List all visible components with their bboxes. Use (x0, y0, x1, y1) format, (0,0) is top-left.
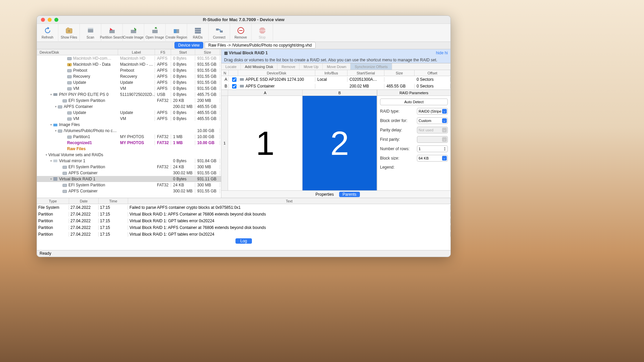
chevron-down-icon[interactable]: ▾ (54, 105, 58, 108)
tree-start: 300.02 MB (171, 171, 195, 175)
hide-link[interactable]: hide hi (436, 51, 448, 55)
tree-size: 931.55 GB (195, 56, 220, 61)
chevron-down-icon[interactable]: ▾ (49, 159, 53, 163)
block-cell-1[interactable]: 1 (228, 96, 303, 190)
partition-search-button[interactable]: Partition Search (101, 24, 123, 42)
tree-row[interactable]: PrebootPrebootAPFS0 Bytes931.55 GB (37, 67, 221, 73)
param-select[interactable]: 64 KB⌄ (417, 155, 448, 162)
col-size[interactable]: Size (195, 49, 220, 55)
tree-row[interactable]: UpdateUpdateAPFS0 Bytes931.55 GB (37, 79, 221, 85)
svg-rect-32 (58, 130, 62, 132)
col-raid-device[interactable]: Device/Disk (238, 70, 315, 76)
tree-row[interactable]: ▾Virtual Block RAID 10 Bytes931.11 GB (37, 176, 221, 182)
chevron-down-icon[interactable]: ▾ (54, 129, 58, 132)
vol-icon (58, 105, 62, 109)
log-row[interactable]: Partition27.04.202217:15Virtual Block RA… (37, 224, 450, 231)
raid-row[interactable]: BAPFS Container200.02 MB465.55 GB0 Secto… (221, 83, 450, 89)
raid-instruction: Drag disks or volumes to the list box to… (221, 57, 450, 63)
tree-row[interactable]: UpdateUpdateAPFS0 Bytes465.55 GB (37, 110, 221, 116)
tree-row[interactable]: RecoveryRecoveryAPFS0 Bytes931.55 GB (37, 73, 221, 79)
tree-row[interactable]: Raw Files (37, 146, 221, 152)
param-row: Block size:64 KB⌄ (377, 154, 450, 163)
raid-tb-move-down: Move Down (323, 63, 351, 70)
titlebar[interactable]: R-Studio for Mac 7.0.7009 - Device view (37, 16, 450, 24)
tree-row[interactable]: EFI System PartitionFAT3224 KB300 MB (37, 164, 221, 170)
log-row[interactable]: Partition27.04.202217:15Virtual Block RA… (37, 231, 450, 238)
col-fs[interactable]: FS (155, 49, 171, 55)
chevron-down-icon[interactable]: ▾ (49, 177, 53, 181)
create-image-button[interactable]: Create Image (123, 24, 144, 42)
tree-body[interactable]: Macintosh HD-com…Macintosh HDAPFS0 Bytes… (37, 55, 221, 198)
tab-device-view[interactable]: Device view (174, 42, 203, 49)
auto-detect-button[interactable]: Auto Detect (380, 99, 448, 105)
col-n[interactable]: N (221, 70, 229, 76)
panel-tab-properties[interactable]: Properties (312, 192, 337, 197)
vol-icon (67, 74, 72, 78)
tab-raw-files-volumes-pu[interactable]: Raw Files -> /Volumes/Public/Photo no co… (205, 42, 315, 49)
tree-start: 24 KB (171, 183, 195, 187)
panel-tab-parents[interactable]: Parents (339, 192, 360, 197)
open-image-button[interactable]: Open Image (144, 24, 166, 42)
chevron-down-icon[interactable]: ▾ (49, 93, 53, 96)
raids-button[interactable]: RAIDs (187, 24, 209, 42)
col-startserial[interactable]: Start/Serial (347, 70, 384, 76)
tree-row[interactable]: VMVMAPFS0 Bytes465.55 GB (37, 116, 221, 122)
log-col-text[interactable]: Text (128, 198, 450, 204)
log-col-time[interactable]: Time (99, 198, 128, 204)
col-device[interactable]: Device/Disk (37, 49, 118, 55)
log-col-date[interactable]: Date (69, 198, 99, 204)
param-stepper[interactable]: 1▲▼ (417, 145, 448, 152)
tree-row[interactable]: APFS Container300.02 MB931.55 GB (37, 170, 221, 176)
tree-label: Macintosh HD (118, 56, 155, 61)
svg-rect-41 (63, 190, 67, 193)
block-cell-2[interactable]: 2 (303, 96, 377, 190)
tree-row[interactable]: VMVMAPFS0 Bytes931.55 GB (37, 85, 221, 92)
tree-row[interactable]: EFI System PartitionFAT3220 KB200 MB (37, 98, 221, 104)
chevron-down-icon[interactable]: ▾ (49, 123, 53, 126)
tree-row[interactable]: ▾Virtual mirror 10 Bytes931.84 GB (37, 158, 221, 164)
refresh-button[interactable]: Refresh (37, 24, 58, 42)
tree-row[interactable]: ▾Image Files (37, 122, 221, 128)
log-row[interactable]: Partition27.04.202217:15Virtual Block RA… (37, 211, 450, 218)
param-select[interactable]: RAID0 (Stripe⌄ (417, 108, 448, 115)
scan-button[interactable]: Scan (80, 24, 101, 42)
tree-row[interactable]: Partition1MY PHOTOSFAT321 MB10.00 GB (37, 134, 221, 140)
log-row[interactable]: Partition27.04.202217:15Virtual Block RA… (37, 218, 450, 224)
log-button[interactable]: Log (235, 238, 252, 244)
col-info[interactable]: Info/Bus (315, 70, 347, 76)
tree-start: 0 Bytes (171, 159, 195, 163)
remove-button[interactable]: Remove (230, 24, 252, 42)
tree-label: VM (118, 116, 155, 121)
log-row[interactable]: File System27.04.202217:15Failed to pars… (37, 204, 450, 211)
tree-row[interactable]: Macintosh HD-com…Macintosh HDAPFS0 Bytes… (37, 55, 221, 61)
create-region-button[interactable]: Create Region (166, 24, 187, 42)
col-start[interactable]: Start (171, 49, 195, 55)
tree-size: 931.55 GB (195, 74, 220, 79)
svg-rect-43 (240, 85, 244, 87)
show-files-button[interactable]: +Show Files (58, 24, 80, 42)
log-col-type[interactable]: Type (37, 198, 69, 204)
raid-row[interactable]: AAPPLE SSD AP1024N 1274.100LocalC0205130… (221, 76, 450, 83)
tree-row[interactable]: ▾APFS Container200.02 MB465.55 GB (37, 104, 221, 110)
vol-icon (67, 117, 72, 121)
tree-fs: FAT32 (155, 183, 171, 187)
raid-tb-add-missing-disk[interactable]: Add Missing Disk (241, 63, 277, 70)
param-select[interactable]: Custom⌄ (417, 117, 448, 124)
tree-fs: APFS (155, 86, 171, 91)
param-row: Parity delay:Not used⌄ (377, 125, 450, 135)
tree-row[interactable]: ▾PNY PNY PRO ELITE PS 05111907250202D…US… (37, 92, 221, 98)
col-rsize[interactable]: Size (384, 70, 415, 76)
tree-row[interactable]: EFI System PartitionFAT3224 KB300 MB (37, 182, 221, 188)
tree-row[interactable]: ▾/Volumes/Public/Photo no c…10.00 GB (37, 128, 221, 134)
chevron-down-icon[interactable]: ▾ (44, 153, 48, 157)
raid-row-checkbox[interactable] (232, 84, 236, 88)
connect-button[interactable]: Connect (209, 24, 230, 42)
tree-size: 931.55 GB (195, 68, 220, 73)
tree-row[interactable]: ▾Virtual Volume sets and RAIDs (37, 152, 221, 158)
tree-row[interactable]: Macintosh HD - DataMacintosh HD - …APFS0… (37, 61, 221, 67)
raid-row-checkbox[interactable] (232, 77, 236, 82)
col-label[interactable]: Label (118, 49, 155, 55)
tree-row[interactable]: Recognized1MY PHOTOSFAT321 MB10.00 GB (37, 140, 221, 146)
tree-row[interactable]: APFS Container300.02 MB931.55 GB (37, 188, 221, 194)
col-offset[interactable]: Offset (415, 70, 450, 76)
